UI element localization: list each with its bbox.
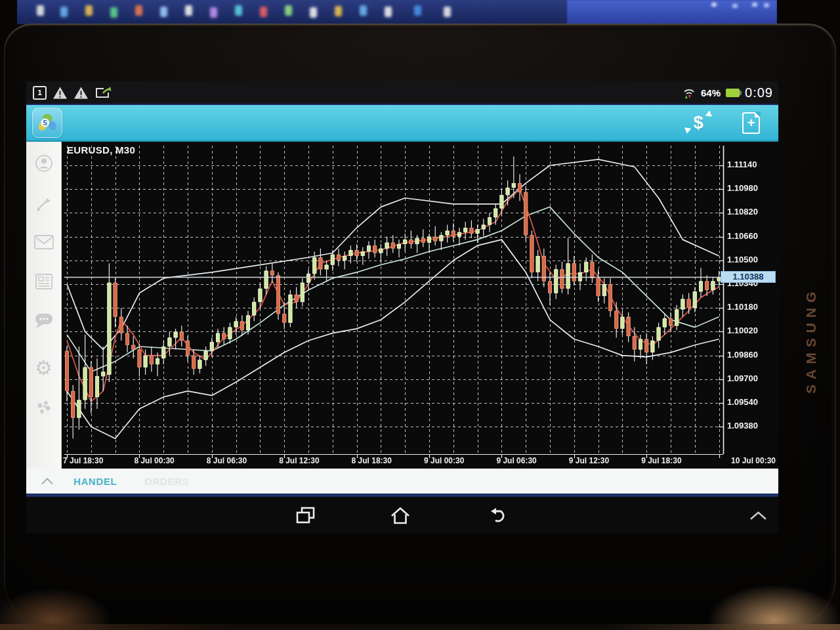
background-monitor-window xyxy=(567,0,777,24)
battery-percent: 64% xyxy=(701,87,721,98)
sidebar-item-mail[interactable] xyxy=(33,232,54,253)
home-icon xyxy=(389,506,411,525)
sidebar-item-accounts[interactable] xyxy=(33,153,54,174)
samsung-logo: SAMSUNG xyxy=(803,287,819,394)
tab-handel[interactable]: HANDEL xyxy=(74,476,117,487)
current-price-badge: 1.10388 xyxy=(721,271,776,283)
notification-count-icon[interactable]: 1 xyxy=(33,86,47,100)
time-axis-label: 8 Jul 06:30 xyxy=(207,456,247,465)
left-sidebar: ⚙ xyxy=(26,142,62,469)
nav-collapse-button[interactable] xyxy=(745,505,771,525)
price-axis-label: 1.10180 xyxy=(727,302,758,314)
price-axis-label: 1.09540 xyxy=(727,397,758,409)
price-axis-label: 1.09700 xyxy=(727,373,758,385)
screenshot-icon xyxy=(94,86,112,100)
price-axis-label: 1.11140 xyxy=(727,159,757,171)
chevron-up-icon xyxy=(749,511,767,520)
profile-icon xyxy=(34,154,54,173)
background-monitor xyxy=(17,0,777,24)
chart-symbol-label: EURUSD, M30 xyxy=(67,144,135,156)
sidebar-item-news[interactable] xyxy=(33,271,54,292)
currency-icon: $ xyxy=(693,113,703,133)
price-axis-label: 1.09860 xyxy=(727,350,758,362)
community-icon xyxy=(34,398,54,417)
trade-accounts-button[interactable]: $ xyxy=(683,110,713,136)
tablet-screen: 1 64% 0:09 5 xyxy=(26,81,778,533)
time-axis-label: 8 Jul 00:30 xyxy=(134,456,174,465)
data-signal-icon xyxy=(682,86,696,99)
background-reflections xyxy=(752,3,757,7)
price-axis-label: 1.10500 xyxy=(727,255,758,266)
tab-orders[interactable]: ORDERS xyxy=(144,476,189,487)
recent-apps-button[interactable] xyxy=(292,505,318,525)
price-axis-label: 1.10020 xyxy=(727,326,758,337)
collapse-panel-button[interactable] xyxy=(41,478,54,485)
price-chart-canvas[interactable] xyxy=(62,142,778,469)
status-clock: 0:09 xyxy=(745,85,773,100)
home-button[interactable] xyxy=(387,505,413,525)
warning-icon xyxy=(74,86,89,100)
time-axis-label: 9 Jul 00:30 xyxy=(424,456,464,465)
time-axis-label: 9 Jul 06:30 xyxy=(496,456,536,465)
time-axis-label: 9 Jul 12:30 xyxy=(569,456,609,465)
price-axis-label: 1.09380 xyxy=(727,421,758,432)
photo-scene: SAMSUNG 1 64% 0:09 xyxy=(0,0,840,630)
svg-text:5: 5 xyxy=(43,118,48,127)
android-nav-bar xyxy=(26,497,778,533)
chevron-up-icon xyxy=(41,478,54,485)
mail-icon xyxy=(33,234,54,251)
time-axis-label: 10 Jul 00:30 xyxy=(731,456,776,465)
back-button[interactable] xyxy=(486,505,512,525)
sidebar-item-settings[interactable]: ⚙ xyxy=(33,358,54,379)
trend-arrows-icon xyxy=(34,194,54,214)
currency-arrow-icon xyxy=(682,125,691,133)
metatrader-logo-button[interactable]: 5 xyxy=(32,108,62,138)
sidebar-item-community[interactable] xyxy=(33,397,54,418)
time-axis-label: 8 Jul 18:30 xyxy=(352,456,392,465)
metatrader5-logo-icon: 5 xyxy=(37,112,58,133)
currency-arrow-icon xyxy=(705,110,714,119)
price-axis-label: 1.10980 xyxy=(727,183,758,195)
price-axis-label: 1.10820 xyxy=(727,207,758,219)
bottom-tab-bar: HANDEL ORDERS xyxy=(26,469,778,497)
gear-icon: ⚙ xyxy=(35,358,52,378)
background-taskbar-icons xyxy=(37,5,44,16)
app-toolbar: 5 $ + xyxy=(26,105,778,142)
recent-apps-icon xyxy=(295,506,316,525)
warning-icon xyxy=(52,86,68,100)
new-order-button[interactable]: + xyxy=(742,112,760,134)
sidebar-item-quotes[interactable] xyxy=(33,194,54,215)
sidebar-item-chat[interactable] xyxy=(33,310,54,331)
time-axis-label: 9 Jul 18:30 xyxy=(641,456,681,465)
time-axis-label: 8 Jul 12:30 xyxy=(279,456,319,465)
plus-document-icon: + xyxy=(747,116,755,129)
back-icon xyxy=(489,507,509,524)
price-axis-label: 1.10660 xyxy=(727,231,758,243)
chart-panel: EURUSD, M30 1.111401.109801.108201.10660… xyxy=(62,142,778,469)
time-axis-label: 7 Jul 18:30 xyxy=(63,456,103,465)
news-icon xyxy=(34,272,54,291)
android-status-bar: 1 64% 0:09 xyxy=(26,81,778,105)
chat-bubble-icon xyxy=(34,312,54,330)
battery-icon xyxy=(726,89,740,97)
